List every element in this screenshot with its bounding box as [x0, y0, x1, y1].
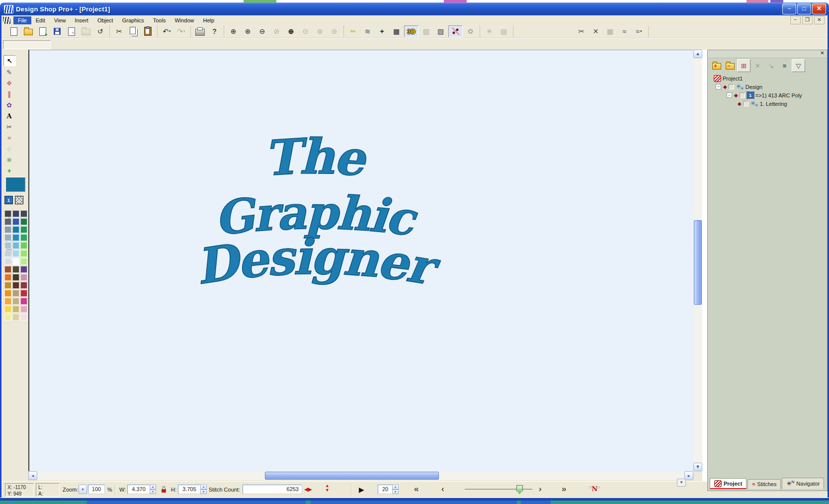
zoom-fit-button[interactable]: ⊕ — [284, 26, 298, 37]
add-color-tool[interactable]: + — [3, 166, 15, 175]
palette-color-r9c1[interactable] — [4, 274, 11, 281]
stitch-edit-tool[interactable]: ※ — [3, 155, 15, 165]
go-to-end-button[interactable]: » — [562, 484, 565, 494]
palette-color-r4c3[interactable] — [20, 234, 27, 241]
palette-color-r1c1[interactable] — [4, 210, 11, 217]
palette-color-r8c2[interactable] — [12, 266, 19, 273]
palette-color-r6c2[interactable] — [12, 250, 19, 257]
expand-toggle[interactable]: − — [716, 84, 721, 89]
color-slot-1[interactable]: 1 — [4, 196, 13, 204]
palette-color-r14c1[interactable] — [4, 314, 11, 321]
palette-color-r13c2[interactable] — [12, 306, 19, 313]
previous-button[interactable]: ‹ — [441, 484, 443, 494]
palette-color-r2c2[interactable] — [12, 218, 19, 225]
thread-tool[interactable]: ✿ — [3, 100, 15, 110]
spin-down-icon[interactable]: ▾ — [392, 490, 399, 495]
proportion-lock-button[interactable]: ↔ — [158, 484, 169, 495]
stitch-position-slider[interactable] — [465, 489, 532, 491]
expand-toggle[interactable]: − — [727, 92, 732, 98]
lasso-tool[interactable]: ◌ — [3, 144, 15, 154]
color-slot-empty[interactable] — [15, 196, 23, 204]
step-backward-forward-button[interactable]: ◀▶ — [304, 486, 312, 493]
palette-color-r8c1[interactable] — [4, 266, 11, 273]
new-button[interactable] — [7, 26, 20, 37]
show-hoop-button[interactable]: ≋ — [361, 26, 374, 37]
palette-color-r14c3[interactable] — [20, 314, 27, 321]
show-grid-button[interactable]: ▦ — [390, 26, 403, 37]
step-up-down-button[interactable]: ▲ ▼ — [325, 484, 330, 493]
open-button[interactable] — [21, 26, 35, 37]
palette-color-r4c2[interactable] — [12, 234, 19, 241]
palette-color-r7c3[interactable] — [20, 258, 27, 265]
vertical-scroll-thumb[interactable] — [694, 220, 702, 305]
tree-checkbox[interactable] — [743, 101, 748, 106]
zoom-in-button[interactable]: ⊕ — [227, 26, 240, 37]
palette-color-r6c1[interactable] — [4, 250, 11, 257]
zoom-out-button[interactable]: ⊖ — [255, 26, 269, 37]
horizontal-scrollbar[interactable]: ◂ ▸ — [28, 471, 693, 480]
tab-project[interactable]: Project — [710, 478, 746, 489]
child-close-button[interactable]: ✕ — [814, 16, 825, 24]
height-spinner[interactable]: ▴▾ — [200, 485, 207, 494]
palette-color-r11c1[interactable] — [4, 290, 11, 297]
horizontal-scroll-thumb[interactable] — [265, 472, 439, 480]
maximize-button[interactable]: □ — [797, 3, 811, 14]
help-button[interactable]: ? — [208, 26, 221, 37]
speed-spinner[interactable]: ▴▾ — [392, 485, 399, 494]
import-design-button[interactable]: ▸ — [36, 26, 49, 37]
palette-color-r11c2[interactable] — [12, 290, 19, 297]
speed-input[interactable]: 20 — [378, 485, 393, 494]
palette-color-r9c3[interactable] — [20, 274, 27, 281]
save-to-library-button[interactable]: ≈ — [65, 26, 78, 37]
menu-graphics[interactable]: Graphics — [118, 16, 149, 24]
undo-button[interactable]: ↶▾ — [160, 26, 173, 37]
save-button[interactable] — [50, 26, 64, 37]
navigator-view-button[interactable]: ▽ — [792, 59, 805, 72]
convert-button[interactable]: ↺ — [93, 26, 107, 37]
palette-color-r6c3[interactable] — [20, 250, 27, 257]
spin-down-icon[interactable]: ▾ — [150, 490, 156, 495]
go-to-start-button[interactable]: « — [414, 484, 417, 494]
tab-navigator[interactable]: ✳NNavigator — [782, 478, 824, 489]
palette-color-r4c1[interactable] — [4, 234, 11, 241]
design-canvas[interactable]: The Graphic Designer — [28, 50, 693, 471]
tree-checkbox[interactable] — [729, 84, 734, 89]
height-input[interactable]: 3.705 — [178, 485, 201, 494]
palette-color-r8c3[interactable] — [20, 266, 27, 273]
trim-tool[interactable]: ✂ — [3, 122, 15, 132]
expand-all-button[interactable]: + — [710, 60, 723, 72]
width-input[interactable]: 4.370 — [127, 485, 150, 494]
menu-edit[interactable]: Edit — [31, 16, 50, 24]
shrink-wrap-button[interactable]: ✕ — [589, 26, 602, 37]
palette-color-r2c3[interactable] — [20, 218, 27, 225]
palette-color-r5c2[interactable] — [12, 242, 19, 249]
tab-scroll-button[interactable]: ▾ — [677, 479, 686, 487]
tree-checkbox[interactable] — [740, 92, 745, 98]
play-button[interactable]: ▶ — [359, 486, 364, 494]
child-minimize-button[interactable]: − — [790, 16, 801, 24]
palette-color-r3c2[interactable] — [12, 226, 19, 233]
palette-color-r1c2[interactable] — [12, 210, 19, 217]
manual-stitch-tool[interactable]: ≈ — [3, 133, 15, 143]
palette-color-r12c3[interactable] — [20, 298, 27, 305]
hatch-tool[interactable]: ∥ — [3, 89, 15, 99]
print-button[interactable] — [193, 26, 207, 37]
spin-up-icon[interactable]: ▴ — [150, 485, 156, 490]
show-axes-button[interactable]: + — [375, 26, 389, 37]
menu-view[interactable]: View — [50, 16, 71, 24]
palette-color-r2c1[interactable] — [4, 218, 11, 225]
copy-button[interactable] — [127, 26, 140, 37]
palette-color-r11c3[interactable] — [20, 290, 27, 297]
minimize-button[interactable]: − — [782, 3, 796, 14]
palette-color-r12c1[interactable] — [4, 298, 11, 305]
paste-button[interactable] — [141, 26, 155, 37]
spin-up-icon[interactable]: ▴ — [200, 485, 207, 490]
palette-color-r3c1[interactable] — [4, 226, 11, 233]
tree-item-1-lettering[interactable]: ◆✳✳1. Lettering — [709, 99, 826, 108]
child-restore-button[interactable]: ❐ — [802, 16, 813, 24]
stitch-list-button[interactable]: ≈▾ — [632, 26, 646, 37]
zoom-window-button[interactable]: ⊛ — [241, 26, 254, 37]
scroll-left-button[interactable]: ◂ — [28, 471, 37, 480]
close-button[interactable]: ✕ — [812, 3, 826, 14]
palette-color-r12c2[interactable] — [12, 298, 19, 305]
